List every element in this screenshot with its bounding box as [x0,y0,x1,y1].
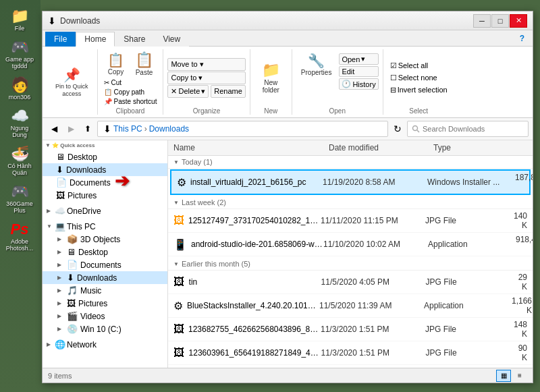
view-grid-button[interactable]: ▦ [496,370,511,382]
ribbon-group-open: 🔧 Properties Open▾ Edit 🕐History Open [292,49,383,115]
select-label: Select [409,107,428,115]
sidebar-downloads[interactable]: ▶ ⬇Downloads [43,271,167,284]
sidebar: ▼ ⭐ Quick access 🖥Desktop ⬇Downloads 📄Do… [43,140,168,368]
window-icon: ⬇ [48,16,56,26]
title-bar: ⬇ Downloads ─ □ ✕ [43,11,533,30]
group-last-week: ▼ Last week (2) [168,196,533,209]
history-btn[interactable]: 🕐History [339,78,378,90]
sidebar-item-documents-qa[interactable]: 📄Documents [43,176,167,189]
delete-button[interactable]: ✕ Delete▾ [167,85,209,98]
sidebar-quick-access[interactable]: ▼ ⭐ Quick access [43,140,167,150]
back-button[interactable]: ◀ [47,121,61,136]
file-row-123603[interactable]: 🖼 123603961_656419188271849_4098198623..… [168,341,533,365]
sidebar-pictures[interactable]: ▶ 🖼Pictures [43,297,167,310]
search-input[interactable] [407,121,529,137]
path-this-pc[interactable]: This PC [113,124,142,134]
ribbon-group-select: ☑Select all ☐Select none ⊟Invert selecti… [383,49,454,115]
edit-btn[interactable]: Edit [339,66,378,77]
items-count: 9 items [48,372,72,380]
sidebar-music[interactable]: ▶ 🎵Music [43,284,167,297]
pin-button[interactable]: 📌 Pin to Quickaccess [51,49,93,115]
red-arrow: ➔ [115,171,130,192]
desktop-icon-food[interactable]: 🍜 Có HànhQuán [2,143,37,178]
sidebar-documents[interactable]: ▶ 📄Documents [43,258,167,271]
ribbon-group-new: 📁 Newfolder New [250,49,292,115]
file-row-123682[interactable]: 🖼 123682755_462662568043896_8773039184..… [168,318,533,341]
file-row-android-studio[interactable]: 📱 android-studio-ide-201.6858069-windows… [168,233,533,256]
rename-button[interactable]: Rename [211,85,246,98]
select-all-button[interactable]: ☑Select all [387,60,450,72]
close-button[interactable]: ✕ [510,14,527,28]
file-row-tin[interactable]: 🖼 tin 11/5/2020 4:05 PM JPG File 29 K [168,271,533,294]
maximize-button[interactable]: □ [491,14,509,28]
status-bar: 9 items ▦ ≡ [43,368,533,383]
file-row-install-vdj[interactable]: ⚙ install_virtualdj_2021_b6156_pc 11/19/… [170,169,531,195]
ribbon-group-organize: Move to▾ Copy to▾ ✕ Delete▾ Rename Organ… [163,49,250,115]
view-list-button[interactable]: ≡ [512,370,527,382]
cut-button[interactable]: ✂Cut [102,78,124,87]
sidebar-item-desktop[interactable]: 🖥Desktop [43,150,167,163]
new-folder-button[interactable]: 📁 Newfolder [256,49,286,106]
tab-view[interactable]: View [154,32,189,47]
properties-button[interactable]: 🔧 Properties [296,51,337,78]
refresh-button[interactable]: ↻ [390,121,405,136]
sidebar-onedrive[interactable]: ▶ ☁️OneDrive [43,204,167,217]
desktop-icon-adobe[interactable]: Ps AdobePhotosh... [2,219,37,254]
ribbon-group-clipboard: 📋 Copy 📋 Paste ✂Cut 📋Copy path 📌Paste sh… [98,49,164,115]
tab-share[interactable]: Share [115,32,154,47]
tab-file[interactable]: File [45,32,76,47]
help-icon[interactable]: ? [514,32,530,46]
paste-shortcut-button[interactable]: 📌Paste shortcut [102,97,159,106]
copy-path-button[interactable]: 📋Copy path [102,88,147,96]
ribbon-content: 📌 Pin to Quickaccess 📋 Copy 📋 Paste ✂Cut… [43,47,533,118]
up-button[interactable]: ⬆ [80,121,95,136]
desktop-icon-mon306[interactable]: 🧑 mon306 [2,74,37,103]
group-earlier-month: ▼ Earlier this month (5) [168,258,533,271]
clipboard-label: Clipboard [116,107,145,115]
sidebar-item-downloads-qa[interactable]: ⬇Downloads [43,163,167,176]
sidebar-videos[interactable]: ▶ 🎬Videos [43,310,167,323]
desktop-icon-360game[interactable]: 🎮 360GamePlus [2,181,37,216]
select-none-button[interactable]: ☐Select none [387,72,450,84]
sidebar-network[interactable]: ▶ 🌐Network [43,338,167,351]
invert-selection-button[interactable]: ⊟Invert selection [387,84,450,96]
desktop-icons: 📁 File 🎮 Game apptgddd 🧑 mon306 ☁️ Ngung… [0,0,39,392]
move-to-button[interactable]: Move to▾ [167,58,245,71]
file-row-bluestacks[interactable]: ⚙ BlueStacksInstaller_4.240.20.1016_nati… [168,294,533,318]
paste-button[interactable]: 📋 Paste [130,49,158,78]
view-icons: ▦ ≡ [496,370,527,382]
desktop-icon-cloud[interactable]: ☁️ NgungDung [2,105,37,140]
explorer-window: ⬇ Downloads ─ □ ✕ File Home Share View ?… [42,11,533,383]
window-title: Downloads [60,16,473,26]
group-today: ▼ Today (1) [168,156,533,169]
minimize-button[interactable]: ─ [473,14,491,28]
ribbon-tabs: File Home Share View ? [43,30,533,47]
sidebar-win10[interactable]: ▶ 💿Win 10 (C:) [43,323,167,335]
desktop-icon-file[interactable]: 📁 File [2,5,37,34]
open-btn[interactable]: Open▾ [339,53,378,65]
sidebar-this-pc[interactable]: ▼ 💻This PC [43,220,167,233]
desktop-icon-game[interactable]: 🎮 Game apptgddd [2,36,37,72]
sidebar-desktop[interactable]: ▶ 🖥Desktop [43,246,167,258]
address-bar: ◀ ▶ ⬆ ⬇ This PC › Downloads ↻ [43,118,533,140]
sidebar-item-pictures-qa[interactable]: 🖼Pictures [43,189,167,202]
sidebar-3d-objects[interactable]: ▶ 📦3D Objects [43,233,167,246]
file-list: Name Date modified Type Size ▼ Today (1)… [168,140,533,368]
ribbon-group-pin: 📌 Pin to Quickaccess [47,49,98,115]
file-row-123610[interactable]: 🖼 123610397_759197931327034_1957915148..… [168,365,533,368]
copy-to-button[interactable]: Copy to▾ [167,72,245,84]
address-path: ⬇ This PC › Downloads [97,121,388,137]
open-label: Open [329,107,346,115]
column-headers: Name Date modified Type Size [168,140,533,156]
new-label: New [264,107,277,115]
tab-home[interactable]: Home [76,32,115,47]
path-downloads[interactable]: Downloads [149,124,189,134]
organize-label: Organize [193,107,221,115]
file-row-125127[interactable]: 🖼 125127497_373170254010282_1649154498..… [168,209,533,233]
window-controls: ─ □ ✕ [473,14,527,28]
copy-button[interactable]: 📋 Copy [103,50,129,78]
forward-button[interactable]: ▶ [63,121,78,136]
